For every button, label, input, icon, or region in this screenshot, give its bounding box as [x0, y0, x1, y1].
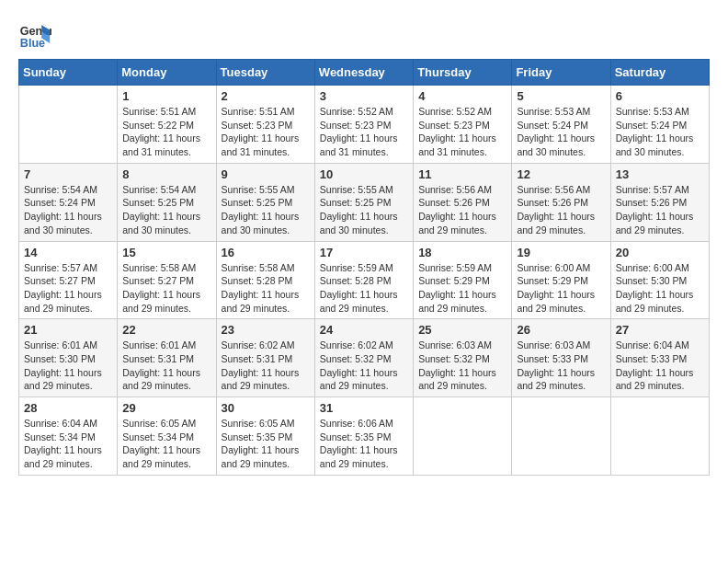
- weekday-header-thursday: Thursday: [414, 60, 512, 86]
- calendar-cell: 19Sunrise: 6:00 AM Sunset: 5:29 PM Dayli…: [512, 241, 610, 319]
- calendar-cell: 13Sunrise: 5:57 AM Sunset: 5:26 PM Dayli…: [610, 163, 709, 241]
- day-number: 1: [122, 89, 210, 103]
- calendar-cell: 21Sunrise: 6:01 AM Sunset: 5:30 PM Dayli…: [19, 319, 118, 397]
- day-info: Sunrise: 5:52 AM Sunset: 5:23 PM Dayligh…: [320, 105, 408, 159]
- day-number: 14: [24, 246, 112, 259]
- calendar-cell: 30Sunrise: 6:05 AM Sunset: 5:35 PM Dayli…: [216, 397, 314, 476]
- day-number: 7: [24, 167, 112, 181]
- day-info: Sunrise: 5:59 AM Sunset: 5:28 PM Dayligh…: [320, 261, 408, 316]
- day-number: 31: [320, 401, 408, 415]
- day-info: Sunrise: 5:56 AM Sunset: 5:26 PM Dayligh…: [517, 183, 605, 237]
- day-number: 27: [616, 323, 704, 337]
- day-info: Sunrise: 6:01 AM Sunset: 5:30 PM Dayligh…: [24, 339, 112, 393]
- day-info: Sunrise: 5:53 AM Sunset: 5:24 PM Dayligh…: [517, 105, 605, 159]
- calendar-cell: 2Sunrise: 5:51 AM Sunset: 5:23 PM Daylig…: [216, 86, 314, 164]
- calendar-table: SundayMondayTuesdayWednesdayThursdayFrid…: [18, 59, 710, 476]
- day-number: 16: [222, 246, 310, 259]
- calendar-cell: 1Sunrise: 5:51 AM Sunset: 5:22 PM Daylig…: [118, 86, 216, 164]
- day-info: Sunrise: 5:55 AM Sunset: 5:25 PM Dayligh…: [320, 183, 408, 237]
- day-info: Sunrise: 6:00 AM Sunset: 5:30 PM Dayligh…: [616, 261, 704, 316]
- day-number: 13: [616, 167, 704, 181]
- day-info: Sunrise: 5:56 AM Sunset: 5:26 PM Dayligh…: [418, 183, 506, 237]
- day-number: 25: [418, 323, 506, 337]
- day-number: 28: [24, 401, 112, 415]
- day-info: Sunrise: 6:03 AM Sunset: 5:33 PM Dayligh…: [517, 339, 605, 393]
- calendar-cell: 14Sunrise: 5:57 AM Sunset: 5:27 PM Dayli…: [19, 241, 118, 319]
- logo: General Blue: [18, 18, 51, 52]
- day-number: 3: [320, 89, 408, 103]
- calendar-cell: 9Sunrise: 5:55 AM Sunset: 5:25 PM Daylig…: [216, 163, 314, 241]
- calendar-cell: 4Sunrise: 5:52 AM Sunset: 5:23 PM Daylig…: [414, 86, 512, 164]
- day-number: 26: [517, 323, 605, 337]
- day-number: 29: [122, 401, 210, 415]
- day-info: Sunrise: 5:53 AM Sunset: 5:24 PM Dayligh…: [616, 105, 704, 159]
- day-info: Sunrise: 5:57 AM Sunset: 5:26 PM Dayligh…: [616, 183, 704, 237]
- day-info: Sunrise: 6:03 AM Sunset: 5:32 PM Dayligh…: [418, 339, 506, 393]
- calendar-week-5: 28Sunrise: 6:04 AM Sunset: 5:34 PM Dayli…: [19, 397, 710, 476]
- day-number: 21: [24, 323, 112, 337]
- calendar-week-4: 21Sunrise: 6:01 AM Sunset: 5:30 PM Dayli…: [19, 319, 710, 397]
- calendar-body: 1Sunrise: 5:51 AM Sunset: 5:22 PM Daylig…: [19, 86, 710, 476]
- calendar-cell: 24Sunrise: 6:02 AM Sunset: 5:32 PM Dayli…: [314, 319, 413, 397]
- calendar-cell: 23Sunrise: 6:02 AM Sunset: 5:31 PM Dayli…: [216, 319, 314, 397]
- day-info: Sunrise: 6:04 AM Sunset: 5:33 PM Dayligh…: [616, 339, 704, 393]
- weekday-header-sunday: Sunday: [19, 60, 118, 86]
- calendar-cell: [19, 86, 118, 164]
- day-number: 5: [517, 89, 605, 103]
- calendar-cell: 31Sunrise: 6:06 AM Sunset: 5:35 PM Dayli…: [314, 397, 413, 476]
- calendar-cell: [610, 397, 709, 476]
- weekday-header-wednesday: Wednesday: [314, 60, 413, 86]
- calendar-cell: 3Sunrise: 5:52 AM Sunset: 5:23 PM Daylig…: [314, 86, 413, 164]
- day-info: Sunrise: 5:59 AM Sunset: 5:29 PM Dayligh…: [418, 261, 506, 316]
- calendar-cell: 29Sunrise: 6:05 AM Sunset: 5:34 PM Dayli…: [118, 397, 216, 476]
- calendar-cell: 7Sunrise: 5:54 AM Sunset: 5:24 PM Daylig…: [19, 163, 118, 241]
- day-number: 10: [320, 167, 408, 181]
- day-number: 6: [616, 89, 704, 103]
- day-info: Sunrise: 5:52 AM Sunset: 5:23 PM Dayligh…: [418, 105, 506, 159]
- calendar-cell: 18Sunrise: 5:59 AM Sunset: 5:29 PM Dayli…: [414, 241, 512, 319]
- calendar-week-3: 14Sunrise: 5:57 AM Sunset: 5:27 PM Dayli…: [19, 241, 710, 319]
- calendar-cell: 16Sunrise: 5:58 AM Sunset: 5:28 PM Dayli…: [216, 241, 314, 319]
- calendar-cell: 26Sunrise: 6:03 AM Sunset: 5:33 PM Dayli…: [512, 319, 610, 397]
- day-number: 12: [517, 167, 605, 181]
- weekday-header-friday: Friday: [512, 60, 610, 86]
- day-info: Sunrise: 6:06 AM Sunset: 5:35 PM Dayligh…: [320, 417, 408, 471]
- calendar-cell: 20Sunrise: 6:00 AM Sunset: 5:30 PM Dayli…: [610, 241, 709, 319]
- calendar-week-2: 7Sunrise: 5:54 AM Sunset: 5:24 PM Daylig…: [19, 163, 710, 241]
- calendar-cell: [414, 397, 512, 476]
- day-number: 19: [517, 246, 605, 259]
- day-info: Sunrise: 6:04 AM Sunset: 5:34 PM Dayligh…: [24, 417, 112, 471]
- day-number: 30: [222, 401, 310, 415]
- day-number: 4: [418, 89, 506, 103]
- calendar-cell: 8Sunrise: 5:54 AM Sunset: 5:25 PM Daylig…: [118, 163, 216, 241]
- day-info: Sunrise: 5:51 AM Sunset: 5:22 PM Dayligh…: [122, 105, 210, 159]
- day-info: Sunrise: 6:05 AM Sunset: 5:35 PM Dayligh…: [222, 417, 310, 471]
- day-number: 2: [222, 89, 310, 103]
- day-number: 9: [222, 167, 310, 181]
- calendar-cell: [512, 397, 610, 476]
- weekday-header-row: SundayMondayTuesdayWednesdayThursdayFrid…: [19, 60, 710, 86]
- day-info: Sunrise: 5:58 AM Sunset: 5:28 PM Dayligh…: [222, 261, 310, 316]
- calendar-cell: 5Sunrise: 5:53 AM Sunset: 5:24 PM Daylig…: [512, 86, 610, 164]
- day-info: Sunrise: 6:00 AM Sunset: 5:29 PM Dayligh…: [517, 261, 605, 316]
- calendar-header: SundayMondayTuesdayWednesdayThursdayFrid…: [19, 60, 710, 86]
- day-info: Sunrise: 6:01 AM Sunset: 5:31 PM Dayligh…: [122, 339, 210, 393]
- calendar-week-1: 1Sunrise: 5:51 AM Sunset: 5:22 PM Daylig…: [19, 86, 710, 164]
- day-info: Sunrise: 6:02 AM Sunset: 5:32 PM Dayligh…: [320, 339, 408, 393]
- svg-text:Blue: Blue: [20, 37, 45, 50]
- day-info: Sunrise: 5:54 AM Sunset: 5:25 PM Dayligh…: [122, 183, 210, 237]
- day-info: Sunrise: 5:58 AM Sunset: 5:27 PM Dayligh…: [122, 261, 210, 316]
- logo-icon: General Blue: [18, 18, 51, 52]
- day-info: Sunrise: 6:02 AM Sunset: 5:31 PM Dayligh…: [222, 339, 310, 393]
- day-number: 18: [418, 246, 506, 259]
- page-header: General Blue: [18, 18, 710, 52]
- day-info: Sunrise: 5:55 AM Sunset: 5:25 PM Dayligh…: [222, 183, 310, 237]
- day-info: Sunrise: 5:57 AM Sunset: 5:27 PM Dayligh…: [24, 261, 112, 316]
- calendar-cell: 28Sunrise: 6:04 AM Sunset: 5:34 PM Dayli…: [19, 397, 118, 476]
- day-number: 23: [222, 323, 310, 337]
- calendar-cell: 25Sunrise: 6:03 AM Sunset: 5:32 PM Dayli…: [414, 319, 512, 397]
- day-number: 24: [320, 323, 408, 337]
- weekday-header-saturday: Saturday: [610, 60, 709, 86]
- calendar-cell: 27Sunrise: 6:04 AM Sunset: 5:33 PM Dayli…: [610, 319, 709, 397]
- calendar-cell: 10Sunrise: 5:55 AM Sunset: 5:25 PM Dayli…: [314, 163, 413, 241]
